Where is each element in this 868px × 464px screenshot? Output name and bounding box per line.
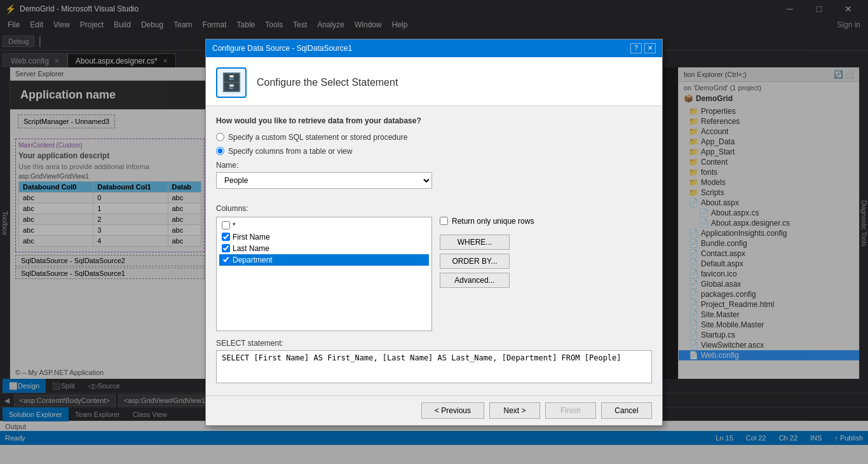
configure-datasource-modal: Configure Data Source - SqlDataSource1 ?… bbox=[205, 39, 663, 426]
columns-area: * First Name Last Name Department bbox=[216, 217, 652, 331]
modal-header: 🗄️ Configure the Select Statement bbox=[206, 57, 662, 106]
radio-columns-input[interactable] bbox=[216, 147, 224, 155]
columns-buttons: Return only unique rows WHERE... ORDER B… bbox=[440, 217, 534, 331]
columns-list[interactable]: * First Name Last Name Department bbox=[216, 217, 432, 331]
col-first-name-checkbox[interactable] bbox=[222, 233, 230, 241]
radio-custom-sql-input[interactable] bbox=[216, 133, 224, 141]
radio-custom-sql-label: Specify a custom SQL statement or stored… bbox=[228, 133, 407, 142]
radio-columns-option[interactable]: Specify columns from a table or view bbox=[216, 147, 652, 156]
col-item-star[interactable]: * bbox=[219, 220, 429, 231]
cancel-button[interactable]: Cancel bbox=[601, 402, 652, 419]
return-unique-label: Return only unique rows bbox=[452, 217, 534, 226]
col-department-checkbox[interactable] bbox=[222, 256, 230, 264]
return-unique-checkbox[interactable] bbox=[440, 217, 448, 225]
col-first-name-label: First Name bbox=[233, 233, 270, 242]
name-dropdown-container: People Account App_Data bbox=[216, 172, 652, 196]
col-star-label: * bbox=[233, 221, 236, 230]
database-icon: 🗄️ bbox=[220, 72, 243, 93]
previous-button[interactable]: < Previous bbox=[421, 402, 484, 419]
modal-title-left: Configure Data Source - SqlDataSource1 bbox=[212, 44, 352, 53]
question-text: How would you like to retrieve data from… bbox=[216, 116, 652, 125]
radio-columns-label: Specify columns from a table or view bbox=[228, 147, 352, 156]
modal-titlebar: Configure Data Source - SqlDataSource1 ?… bbox=[206, 39, 662, 57]
select-statement-label: SELECT statement: bbox=[216, 339, 652, 348]
modal-icon: 🗄️ bbox=[216, 67, 247, 98]
columns-label: Columns: bbox=[216, 204, 652, 213]
modal-body: How would you like to retrieve data from… bbox=[206, 106, 662, 395]
modal-close-button[interactable]: ✕ bbox=[644, 43, 656, 53]
col-item-last-name[interactable]: Last Name bbox=[219, 243, 429, 254]
modal-title-text: Configure Data Source - SqlDataSource1 bbox=[212, 44, 352, 53]
next-button[interactable]: Next > bbox=[489, 402, 540, 419]
where-button[interactable]: WHERE... bbox=[440, 235, 510, 250]
modal-overlay: Configure Data Source - SqlDataSource1 ?… bbox=[0, 0, 868, 464]
modal-controls: ? ✕ bbox=[630, 43, 656, 53]
modal-help-button[interactable]: ? bbox=[630, 43, 642, 53]
name-label: Name: bbox=[216, 161, 652, 170]
col-last-name-checkbox[interactable] bbox=[222, 244, 230, 252]
col-star-checkbox[interactable] bbox=[222, 221, 230, 229]
col-item-first-name[interactable]: First Name bbox=[219, 231, 429, 243]
order-by-button[interactable]: ORDER BY... bbox=[440, 254, 510, 269]
col-department-label: Department bbox=[233, 256, 273, 264]
return-unique-row: Return only unique rows bbox=[440, 217, 534, 226]
select-statement-box[interactable]: SELECT [First Name] AS First_Name, [Last… bbox=[216, 350, 652, 383]
col-last-name-label: Last Name bbox=[233, 244, 269, 253]
col-item-department[interactable]: Department bbox=[219, 254, 429, 266]
modal-footer: < Previous Next > Finish Cancel bbox=[206, 395, 662, 425]
finish-button[interactable]: Finish bbox=[545, 402, 596, 419]
radio-custom-sql-option[interactable]: Specify a custom SQL statement or stored… bbox=[216, 133, 652, 142]
modal-header-title: Configure the Select Statement bbox=[257, 77, 398, 88]
name-dropdown[interactable]: People Account App_Data bbox=[216, 172, 432, 189]
advanced-button[interactable]: Advanced... bbox=[440, 273, 510, 288]
